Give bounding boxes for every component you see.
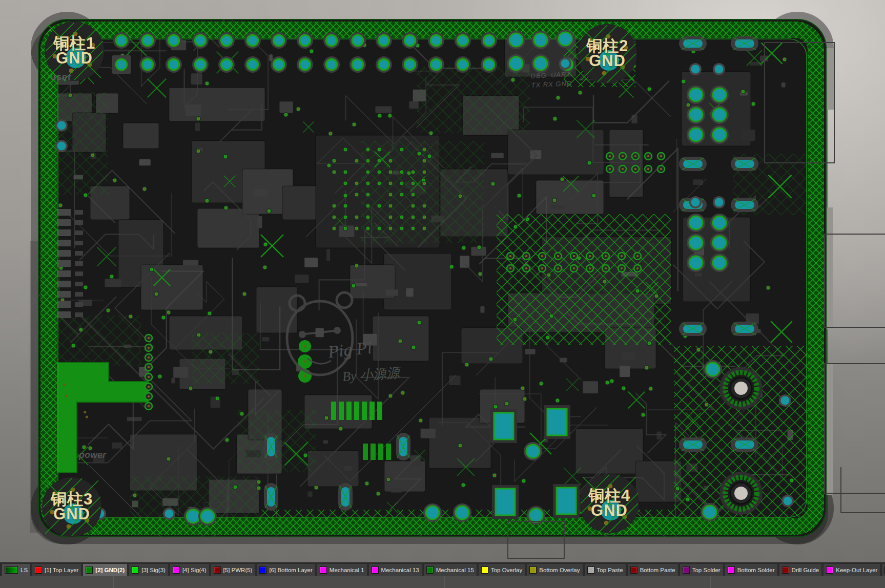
pcb-editor-viewport[interactable]: 铜柱1 GND 铜柱2 GND 铜柱3 GND 铜柱4 GND user pow… xyxy=(0,0,885,562)
layer-color-swatch xyxy=(683,566,690,574)
layer-tab-label: Mechanical 13 xyxy=(381,567,419,573)
layer-tab-6-bottom-layer[interactable]: [6] Bottom Layer xyxy=(256,563,315,576)
layer-color-swatch xyxy=(5,566,18,574)
layer-color-swatch xyxy=(259,566,266,574)
standoff-pad-4 xyxy=(580,474,639,533)
layer-tab-label: Bottom Paste xyxy=(640,567,675,573)
layer-tab-label: Top Paste xyxy=(597,567,623,573)
layer-tab-4-sig-4[interactable]: [4] Sig(4) xyxy=(170,563,210,576)
layer-color-swatch xyxy=(214,566,221,574)
standoff-pad-3 xyxy=(42,477,101,537)
layer-tab-label: Bottom Overlay xyxy=(539,567,580,573)
layer-tab-top-paste[interactable]: Top Paste xyxy=(584,563,626,576)
layer-color-swatch xyxy=(173,566,180,574)
layer-color-swatch xyxy=(728,566,735,574)
layer-color-swatch xyxy=(86,566,93,574)
layer-tab-label: Top Overlay xyxy=(491,567,522,573)
layer-tab-label: Keep-Out Layer xyxy=(836,567,877,573)
layer-color-swatch xyxy=(481,566,488,574)
layer-tab-label: Drill Guide xyxy=(792,567,819,573)
pcb-canvas xyxy=(0,0,885,562)
layer-tab-ls[interactable]: LS xyxy=(2,563,31,576)
panel-divider xyxy=(710,576,710,588)
panel-divider xyxy=(113,576,113,588)
layer-color-swatch xyxy=(529,566,537,574)
layer-tab-top-solder[interactable]: Top Solder xyxy=(680,563,724,576)
layer-tab-drill-drawing[interactable]: Drill Drawing xyxy=(881,563,885,576)
panel-divider xyxy=(444,576,444,588)
layer-color-swatch xyxy=(426,566,434,574)
mounting-hole xyxy=(719,367,763,410)
layer-tab-bottom-overlay[interactable]: Bottom Overlay xyxy=(526,563,583,576)
layer-tab-mechanical-15[interactable]: Mechanical 15 xyxy=(423,563,477,576)
standoff-pad-2 xyxy=(578,24,637,83)
layer-tab-mechanical-1[interactable]: Mechanical 1 xyxy=(317,563,367,576)
layer-tab-label: Mechanical 1 xyxy=(330,567,364,573)
layer-color-swatch xyxy=(372,566,379,574)
layer-tab-label: [4] Sig(4) xyxy=(182,567,207,573)
layer-tab-label: [6] Bottom Layer xyxy=(269,567,312,573)
layer-tab-label: [2] GND(2) xyxy=(95,567,125,573)
layer-tab-2-gnd-2[interactable]: [2] GND(2) xyxy=(83,563,128,576)
standoff-pad-1 xyxy=(45,22,104,81)
layer-tab-label: Mechanical 15 xyxy=(436,567,474,573)
layer-tab-label: [3] Sig(3) xyxy=(141,567,166,573)
layer-tab-5-pwr-5[interactable]: [5] PWR(5) xyxy=(211,563,256,576)
layer-color-swatch xyxy=(587,566,594,574)
layer-color-swatch xyxy=(826,566,833,574)
mounting-hole xyxy=(719,472,763,515)
layer-tab-1-top-layer[interactable]: [1] Top Layer xyxy=(32,563,81,576)
bottom-panel-strip xyxy=(0,576,885,588)
layer-tab-bar: LS[1] Top Layer[2] GND(2)[3] Sig(3)[4] S… xyxy=(0,562,885,576)
layer-color-swatch xyxy=(782,566,789,574)
layer-tab-label: [5] PWR(5) xyxy=(223,567,253,573)
layer-tab-bottom-solder[interactable]: Bottom Solder xyxy=(725,563,778,576)
layer-tab-mechanical-13[interactable]: Mechanical 13 xyxy=(368,563,422,576)
layer-color-swatch xyxy=(132,566,139,574)
layer-tab-keep-out-layer[interactable]: Keep-Out Layer xyxy=(823,563,880,576)
layer-tab-label: [1] Top Layer xyxy=(45,567,78,573)
layer-tab-bottom-paste[interactable]: Bottom Paste xyxy=(627,563,678,576)
layer-tab-label: Bottom Solder xyxy=(737,567,775,573)
layer-color-swatch xyxy=(35,566,42,574)
layer-color-swatch xyxy=(630,566,637,574)
layer-tab-drill-guide[interactable]: Drill Guide xyxy=(779,563,822,576)
layer-color-swatch xyxy=(320,566,327,574)
layer-tab-top-overlay[interactable]: Top Overlay xyxy=(478,563,525,576)
layer-tab-3-sig-3[interactable]: [3] Sig(3) xyxy=(129,563,169,576)
layer-tab-label: LS xyxy=(20,567,28,573)
layer-tab-label: Top Solder xyxy=(692,567,721,573)
